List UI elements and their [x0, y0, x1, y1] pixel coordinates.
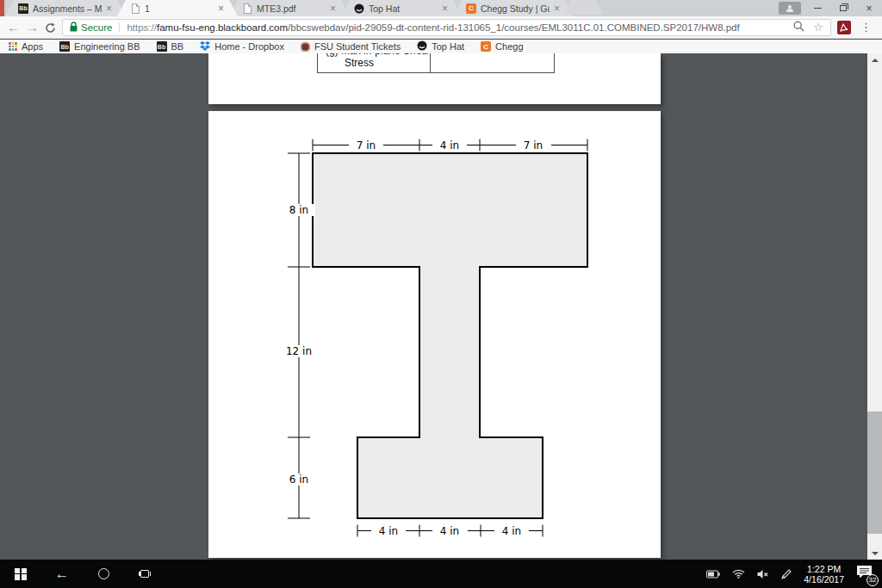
cortana-circle-icon	[98, 568, 109, 579]
bookmarks-bar: Apps Bb Engineering BB Bb BB Home - Drop…	[0, 40, 882, 53]
tab-top-hat[interactable]: Top Hat ×	[341, 0, 462, 16]
divider	[119, 22, 120, 33]
tab-label: MTE3.pdf	[257, 3, 326, 14]
close-icon[interactable]: ×	[218, 4, 224, 13]
arrow-down-icon	[872, 552, 879, 555]
browser-menu-icon[interactable]: ⋮	[857, 21, 875, 34]
reload-button[interactable]	[45, 22, 56, 33]
clock[interactable]: 1:22 PM 4/16/2017	[804, 564, 844, 585]
document-icon	[242, 3, 252, 14]
pdf-page-2: 7 in 4 in 7 in 8 in 12 in 6 in 4 in 4 in…	[208, 111, 661, 558]
profile-button[interactable]	[779, 2, 801, 15]
table-cell-empty	[431, 53, 554, 72]
bookmark-apps[interactable]: Apps	[9, 41, 43, 52]
wifi-icon[interactable]	[732, 569, 745, 579]
bookmark-label: Apps	[22, 41, 43, 52]
table-text: Stress	[326, 57, 428, 69]
window-theme-edge	[0, 0, 4, 16]
tab-label: Assignments – MECH &	[33, 3, 102, 14]
time-text: 1:22 PM	[804, 564, 844, 574]
fsu-seal-icon	[301, 42, 310, 52]
close-icon[interactable]: ×	[442, 4, 448, 13]
task-view-icon	[139, 569, 151, 579]
cortana-button[interactable]	[83, 560, 124, 588]
start-button[interactable]	[0, 560, 41, 588]
close-icon[interactable]: ×	[554, 4, 560, 13]
dim-label-left-1: 8 in	[289, 204, 308, 216]
dim-label-top-1: 7 in	[357, 139, 376, 152]
bookmark-star-icon[interactable]: ☆	[813, 21, 823, 34]
zoom-icon[interactable]	[793, 20, 804, 35]
date-text: 4/16/2017	[804, 574, 844, 585]
bookmark-label: Chegg	[495, 41, 523, 52]
blackboard-icon: Bb	[18, 3, 28, 14]
restore-button[interactable]	[830, 0, 856, 16]
bookmark-fsu-tickets[interactable]: FSU Student Tickets	[301, 41, 401, 52]
scroll-up-button[interactable]	[867, 53, 882, 66]
address-bar[interactable]: Secure https://famu-fsu-eng.blackboard.c…	[62, 19, 831, 36]
lock-icon	[70, 20, 78, 35]
tab-assignments[interactable]: Bb Assignments – MECH & ×	[5, 0, 126, 16]
chegg-icon: C	[466, 3, 476, 14]
ibeam-cross-section-figure: 7 in 4 in 7 in 8 in 12 in 6 in 4 in 4 in…	[208, 111, 661, 558]
forward-button[interactable]: →	[26, 21, 39, 34]
pdf-viewer: (g) Max in-plane Shear Stress	[0, 53, 882, 560]
bookmark-engineering-bb[interactable]: Bb Engineering BB	[59, 41, 140, 52]
dim-label-bottom-2: 4 in	[440, 525, 459, 537]
tophat-icon	[417, 40, 427, 53]
bookmark-label: FSU Student Tickets	[314, 41, 401, 52]
bookmark-label: Home - Dropbox	[214, 41, 284, 52]
dim-label-left-2: 12 in	[286, 345, 312, 357]
tab-mte3-pdf[interactable]: MTE3.pdf ×	[229, 0, 350, 16]
apps-grid-icon	[9, 42, 17, 51]
scrollbar[interactable]	[867, 53, 882, 560]
new-tab-button[interactable]	[563, 0, 603, 15]
dim-label-left-3: 6 in	[289, 473, 308, 486]
person-icon	[786, 5, 793, 12]
windows-logo-icon	[15, 568, 27, 580]
tab-label: Top Hat	[369, 3, 438, 14]
table-cell-label: (g) Max in-plane Shear Stress	[318, 53, 431, 72]
tab-chegg[interactable]: C Chegg Study | Guided So ×	[453, 0, 574, 16]
scroll-down-button[interactable]	[867, 547, 882, 560]
bookmark-chegg[interactable]: C Chegg	[481, 41, 523, 52]
table-clipped-text: (g) Max in-plane Shear	[326, 53, 428, 57]
tab-label: 1	[145, 3, 214, 14]
document-icon	[130, 3, 140, 14]
bookmark-dropbox[interactable]: Home - Dropbox	[200, 41, 284, 53]
pdf-page-1: (g) Max in-plane Shear Stress	[208, 53, 661, 104]
bookmark-label: BB	[171, 41, 184, 52]
back-arrow-icon: ←	[55, 566, 70, 583]
dim-label-bottom-3: 4 in	[502, 525, 521, 537]
battery-icon[interactable]	[706, 570, 720, 579]
ibeam-shape	[313, 153, 587, 518]
task-view-button[interactable]	[124, 560, 165, 588]
browser-window: Bb Assignments – MECH & × 1 × MTE3.pdf ×	[0, 0, 882, 588]
minimize-icon	[814, 8, 822, 9]
close-icon[interactable]: ×	[106, 4, 112, 13]
bookmark-label: Engineering BB	[74, 41, 140, 52]
close-icon[interactable]: ×	[330, 4, 336, 13]
action-center-button[interactable]: 32	[856, 565, 875, 584]
arrow-up-icon	[872, 59, 879, 62]
dim-label-bottom-1: 4 in	[379, 525, 398, 537]
taskbar-back-button[interactable]: ←	[41, 560, 83, 588]
bookmark-bb[interactable]: Bb BB	[157, 41, 184, 52]
pen-icon[interactable]	[781, 569, 792, 579]
minimize-button[interactable]	[804, 0, 830, 16]
volume-muted-icon[interactable]	[757, 569, 769, 579]
tab-pdf-1[interactable]: 1 ×	[117, 0, 238, 16]
tab-strip: Bb Assignments – MECH & × 1 × MTE3.pdf ×	[0, 0, 882, 16]
close-window-button[interactable]: ×	[856, 0, 882, 16]
tophat-icon	[354, 3, 364, 14]
table: (g) Max in-plane Shear Stress	[317, 53, 555, 73]
bookmark-top-hat[interactable]: Top Hat	[417, 40, 464, 53]
taskbar: ← 1:22 PM 4/16/2017	[0, 560, 882, 588]
notification-badge: 32	[866, 574, 879, 586]
secure-label: Secure	[81, 22, 112, 33]
adobe-acrobat-extension-icon[interactable]	[837, 21, 851, 34]
tab-label: Chegg Study | Guided So	[481, 3, 550, 14]
scrollbar-thumb[interactable]	[867, 412, 882, 534]
back-button[interactable]: ←	[7, 21, 20, 34]
restore-icon	[840, 5, 847, 11]
